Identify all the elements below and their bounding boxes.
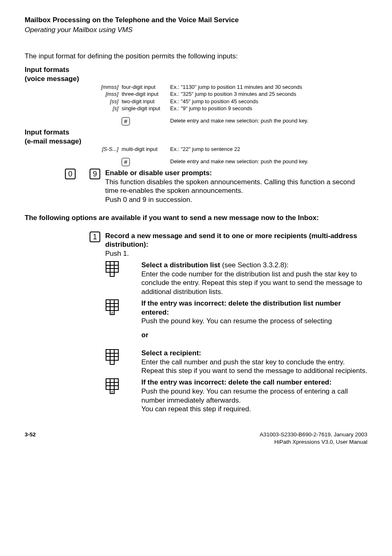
email-row-tag: [S-S...] — [102, 146, 118, 152]
opt1-title: Record a new message and send it to one … — [105, 232, 357, 249]
voice-row-2-ex: Ex.: "45" jump to position 45 seconds — [170, 98, 367, 105]
keypad-icon — [105, 261, 120, 278]
page-number: 3-52 — [25, 431, 36, 445]
svg-rect-5 — [110, 272, 114, 276]
voice-row-0-tag: [mmss] — [101, 84, 118, 90]
section-title: Mailbox Processing on the Telephone and … — [25, 16, 367, 25]
select-recip-body: Enter the call number and push the star … — [141, 358, 367, 375]
key-9-icon: 9 — [90, 169, 100, 179]
voice-row-0: [mmss] four-digit input Ex.: "1130" jump… — [25, 83, 367, 91]
voice-row-1-tag: [mss] — [106, 91, 118, 97]
voice-row-1-ex: Ex.: "325" jump to position 3 minutes an… — [170, 90, 367, 98]
doc-title: HiPath Xpressions V3.0, User Manual — [260, 438, 367, 445]
keypad-icon — [105, 349, 120, 366]
svg-rect-13 — [106, 350, 118, 360]
svg-rect-0 — [106, 262, 118, 272]
voice-row-0-label: four-digit input — [122, 83, 170, 91]
enable-disable-row: 0 9 Enable or disable user prompts: This… — [25, 169, 367, 204]
or-label: or — [141, 331, 148, 339]
voice-row-3-tag: [s] — [113, 105, 118, 111]
voice-delete-row: # Delete entry and make new selection: p… — [25, 117, 367, 125]
email-row: [S-S...] multi-digit input Ex.: "22" jum… — [25, 146, 367, 153]
svg-rect-18 — [110, 360, 114, 364]
email-delete-row: # Delete entry and make new selection: p… — [25, 158, 367, 166]
voice-row-2-label: two-digit input — [122, 98, 170, 105]
voice-heading-line2: (voice message) — [25, 74, 367, 83]
options-heading: The following options are available if y… — [25, 213, 367, 222]
voice-row-1: [mss] three-digit input Ex.: "325" jump … — [25, 90, 367, 98]
page-footer: 3-52 A31003-S2330-B690-2-7619, January 2… — [25, 431, 367, 445]
voice-heading-line1: Input formats — [25, 65, 367, 74]
voice-row-2-tag: [ss] — [110, 98, 118, 104]
doc-id: A31003-S2330-B690-2-7619, January 2003 — [260, 431, 367, 438]
del-dist-body: Push the pound key. You can resume the p… — [141, 317, 332, 325]
pound-key-icon: # — [122, 117, 130, 125]
svg-rect-6 — [106, 300, 118, 310]
del-recip-body2: You can repeat this step if required. — [141, 405, 251, 413]
del-recip-body: Push the pound key. You can resume the p… — [141, 387, 348, 404]
voice-row-3-ex: Ex.: "9" jump to position 9 seconds — [170, 105, 367, 112]
svg-rect-19 — [106, 379, 118, 389]
select-dist-title-suffix: (see Section 3.3.2.8): — [220, 261, 288, 269]
enable-disable-body2: Push 0 and 9 in succession. — [105, 196, 192, 204]
voice-row-1-label: three-digit input — [122, 90, 170, 98]
enable-disable-title: Enable or disable user prompts: — [105, 169, 212, 177]
opt1-push: Push 1. — [105, 250, 129, 257]
del-recip-title: If the entry was incorrect: delete the c… — [141, 378, 332, 386]
select-recipient-row: Select a recipient: Enter the call numbe… — [25, 349, 367, 375]
svg-text:#: # — [111, 390, 113, 394]
opt1-row: 1 Record a new message and send it to on… — [25, 232, 367, 258]
enable-disable-body1: This function disables the spoken announ… — [105, 178, 355, 195]
del-dist-title: If the entry was incorrect: delete the d… — [141, 299, 341, 316]
email-row-label: multi-digit input — [122, 146, 170, 153]
select-dist-title: Select a distribution list — [141, 261, 220, 269]
or-row: or — [25, 331, 367, 340]
pound-key-icon: # — [122, 158, 130, 166]
keypad-pound-icon: # — [105, 378, 120, 395]
intro-text: The input format for defining the positi… — [25, 52, 367, 61]
voice-row-0-ex: Ex.: "1130" jump to position 11 minutes … — [170, 83, 367, 91]
email-heading-line2: (e-mail message) — [25, 137, 367, 146]
email-heading-line1: Input formats — [25, 128, 367, 137]
select-recip-title: Select a recipient: — [141, 349, 201, 357]
voice-row-3: [s] single-digit input Ex.: "9" jump to … — [25, 105, 367, 112]
delete-recipient-row: # If the entry was incorrect: delete the… — [25, 378, 367, 414]
key-1-icon: 1 — [90, 232, 100, 242]
section-subtitle: Operating your Mailbox using VMS — [25, 25, 367, 35]
select-distribution-row: Select a distribution list (see Section … — [25, 261, 367, 297]
voice-delete-text: Delete entry and make new selection: pus… — [170, 117, 367, 125]
delete-distribution-row: # If the entry was incorrect: delete the… — [25, 299, 367, 326]
email-delete-text: Delete entry and make new selection: pus… — [170, 158, 367, 166]
keypad-pound-icon: # — [105, 299, 120, 316]
svg-text:#: # — [111, 311, 113, 315]
key-0-icon: 0 — [65, 169, 76, 179]
email-row-ex: Ex.: "22" jump to sentence 22 — [170, 146, 367, 153]
voice-row-2: [ss] two-digit input Ex.: "45" jump to p… — [25, 98, 367, 105]
select-dist-body: Enter the code number for the distributi… — [141, 270, 362, 296]
voice-row-3-label: single-digit input — [122, 105, 170, 112]
